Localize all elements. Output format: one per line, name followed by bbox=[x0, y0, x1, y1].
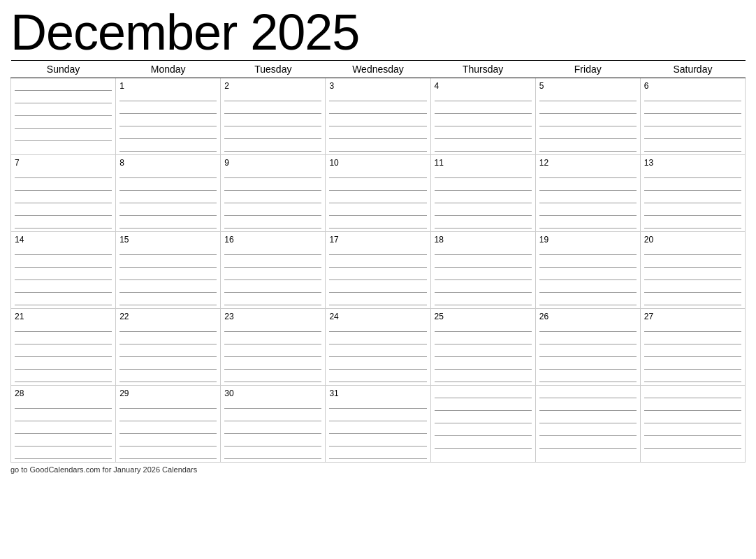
day-header-friday: Friday bbox=[535, 61, 640, 78]
write-lines bbox=[644, 247, 741, 305]
day-number: 24 bbox=[329, 312, 426, 321]
write-line bbox=[644, 272, 741, 280]
write-line bbox=[119, 426, 217, 434]
write-line bbox=[644, 415, 741, 423]
write-line bbox=[329, 220, 426, 228]
write-line bbox=[15, 95, 112, 103]
write-line bbox=[119, 400, 217, 409]
write-line bbox=[435, 349, 532, 357]
write-lines bbox=[119, 93, 217, 152]
write-line bbox=[329, 259, 426, 268]
write-line bbox=[15, 361, 112, 370]
calendar-cell: 12 bbox=[535, 155, 640, 232]
write-line bbox=[329, 374, 426, 382]
day-number: 9 bbox=[224, 158, 321, 168]
calendar-cell: 6 bbox=[640, 78, 745, 155]
write-line bbox=[435, 247, 532, 255]
write-line bbox=[644, 297, 741, 305]
day-header-thursday: Thursday bbox=[430, 61, 535, 78]
write-line bbox=[119, 361, 217, 370]
write-line bbox=[119, 93, 217, 101]
write-lines bbox=[119, 324, 217, 382]
write-line bbox=[539, 272, 637, 280]
day-number: 7 bbox=[15, 158, 112, 168]
write-line bbox=[644, 220, 741, 228]
write-line bbox=[224, 208, 321, 216]
calendar-cell bbox=[640, 386, 745, 463]
write-line bbox=[435, 170, 532, 178]
day-number: 6 bbox=[644, 81, 741, 91]
write-line bbox=[15, 349, 112, 357]
write-line bbox=[329, 143, 426, 152]
write-line bbox=[15, 284, 112, 293]
write-line bbox=[329, 400, 426, 409]
write-line bbox=[644, 428, 741, 436]
write-lines bbox=[224, 400, 321, 459]
write-line bbox=[435, 440, 532, 449]
write-line bbox=[539, 131, 637, 139]
write-line bbox=[435, 118, 532, 126]
write-line bbox=[435, 195, 532, 203]
write-line bbox=[224, 259, 321, 268]
write-line bbox=[329, 413, 426, 421]
write-line bbox=[15, 413, 112, 421]
write-line bbox=[435, 390, 532, 398]
write-line bbox=[435, 93, 532, 101]
write-line bbox=[119, 438, 217, 447]
day-number: 19 bbox=[539, 235, 637, 245]
calendar-cell: 27 bbox=[640, 309, 745, 386]
write-line bbox=[539, 415, 637, 423]
write-line bbox=[435, 284, 532, 293]
calendar-cell: 9 bbox=[221, 155, 326, 232]
write-line bbox=[119, 374, 217, 382]
write-line bbox=[329, 361, 426, 370]
calendar-cell bbox=[430, 386, 535, 463]
write-line bbox=[644, 361, 741, 370]
write-lines bbox=[435, 247, 532, 305]
write-line bbox=[644, 208, 741, 216]
write-line bbox=[644, 170, 741, 178]
write-line bbox=[539, 284, 637, 293]
write-line bbox=[224, 451, 321, 459]
calendar-cell: 8 bbox=[116, 155, 221, 232]
write-lines bbox=[15, 247, 112, 305]
write-lines bbox=[644, 170, 741, 228]
day-number: 21 bbox=[15, 312, 112, 321]
day-header-wednesday: Wednesday bbox=[326, 61, 430, 78]
write-line bbox=[224, 438, 321, 447]
write-line bbox=[539, 349, 637, 357]
write-line bbox=[644, 118, 741, 126]
write-lines bbox=[644, 324, 741, 382]
day-header-sunday: Sunday bbox=[11, 61, 116, 78]
footer-text: go to GoodCalendars.com for January 2026… bbox=[10, 465, 746, 474]
write-line bbox=[224, 182, 321, 191]
write-line bbox=[329, 195, 426, 203]
calendar-cell: 15 bbox=[116, 232, 221, 309]
write-line bbox=[644, 131, 741, 139]
write-line bbox=[435, 143, 532, 152]
calendar-cell: 25 bbox=[430, 309, 535, 386]
write-lines bbox=[329, 400, 426, 459]
write-line bbox=[435, 336, 532, 344]
write-line bbox=[15, 336, 112, 344]
write-line bbox=[329, 93, 426, 101]
write-line bbox=[435, 324, 532, 332]
write-line bbox=[435, 208, 532, 216]
write-line bbox=[539, 208, 637, 216]
write-line bbox=[224, 195, 321, 203]
write-line bbox=[15, 297, 112, 305]
write-line bbox=[435, 182, 532, 191]
write-lines bbox=[539, 93, 637, 152]
write-line bbox=[539, 440, 637, 449]
write-line bbox=[539, 297, 637, 305]
write-line bbox=[15, 133, 112, 141]
write-line bbox=[15, 108, 112, 116]
write-lines bbox=[539, 324, 637, 382]
write-line bbox=[329, 272, 426, 280]
day-number: 22 bbox=[119, 312, 217, 321]
day-number: 16 bbox=[224, 235, 321, 245]
write-line bbox=[224, 426, 321, 434]
write-line bbox=[119, 349, 217, 357]
day-header-monday: Monday bbox=[116, 61, 221, 78]
write-line bbox=[119, 106, 217, 114]
